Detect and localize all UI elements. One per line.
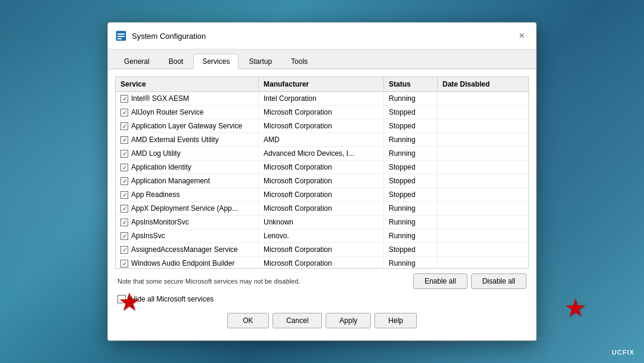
date-cell [438,106,518,119]
tab-services[interactable]: Services [193,54,239,69]
col-service: Service [116,77,259,91]
table-row[interactable]: AssignedAccessManager ServiceMicrosoft C… [116,243,528,257]
service-checkbox[interactable] [120,122,128,130]
service-checkbox[interactable] [120,109,128,116]
status-cell: Running [384,92,438,105]
status-cell: Running [384,216,438,229]
tab-general[interactable]: General [115,54,159,69]
manufacturer-cell: Microsoft Corporation [259,119,384,133]
status-cell: Running [384,229,438,242]
service-name: Windows Audio Endpoint Builder [131,259,234,267]
manufacturer-cell: Microsoft Corporation [259,202,384,215]
help-button[interactable]: Help [374,313,417,328]
service-name: AMD External Events Utility [131,136,219,144]
service-name: Application Identity [131,163,191,171]
manufacturer-cell: AMD [259,133,384,146]
note-row: Note that some secure Microsoft services… [115,269,529,291]
status-cell: Stopped [384,106,438,119]
manufacturer-cell: Unknown [259,216,384,229]
service-checkbox[interactable] [120,191,128,199]
ok-button[interactable]: OK [227,313,269,328]
service-cell: AMD External Events Utility [116,133,259,146]
service-cell: AMD Log Utility [116,147,259,160]
table-row[interactable]: AMD Log UtilityAdvanced Micro Devices, I… [116,147,528,161]
manufacturer-cell: Microsoft Corporation [259,174,384,187]
tabs-bar: General Boot Services Startup Tools [108,50,536,69]
service-checkbox[interactable] [120,232,128,240]
table-row[interactable]: Application Layer Gateway ServiceMicroso… [116,119,528,133]
status-cell: Stopped [384,119,438,133]
service-name: Application Layer Gateway Service [131,122,242,130]
date-cell [438,133,518,146]
title-bar: System Configuration × [108,23,536,50]
service-name: Intel® SGX AESM [131,94,189,103]
service-name: AllJoyn Router Service [131,108,203,116]
service-checkbox[interactable] [120,219,128,226]
table-row[interactable]: App ReadinessMicrosoft CorporationStoppe… [116,188,528,202]
hide-microsoft-row: Hide all Microsoft services [115,291,529,307]
tab-startup[interactable]: Startup [240,54,281,69]
service-name: Application Management [131,177,210,185]
manufacturer-cell: Lenovo. [259,229,384,242]
cancel-button[interactable]: Cancel [273,313,322,328]
table-row[interactable]: ApsInsSvcLenovo.Running [116,229,528,243]
date-cell [438,161,518,174]
service-cell: App Readiness [116,188,259,201]
service-checkbox[interactable] [120,95,128,103]
table-row[interactable]: ApsInsMonitorSvcUnknownRunning [116,216,528,229]
hide-microsoft-label: Hide all Microsoft services [131,295,213,303]
service-name: AppX Deployment Service (App... [131,204,238,213]
table-row[interactable]: AllJoyn Router ServiceMicrosoft Corporat… [116,106,528,119]
status-cell: Stopped [384,188,438,201]
svg-rect-1 [117,33,125,35]
status-cell: Running [384,133,438,146]
svg-rect-2 [117,36,125,37]
tab-tools[interactable]: Tools [282,54,317,69]
date-cell [438,119,518,133]
status-cell: Running [384,202,438,215]
service-checkbox[interactable] [120,150,128,158]
service-checkbox[interactable] [120,177,128,185]
table-row[interactable]: Application ManagementMicrosoft Corporat… [116,174,528,188]
service-checkbox[interactable] [120,164,128,171]
star-icon-left: ★ [119,290,138,315]
service-cell: AllJoyn Router Service [116,106,259,119]
table-row[interactable]: Application IdentityMicrosoft Corporatio… [116,161,528,174]
enable-all-button[interactable]: Enable all [413,273,467,289]
service-checkbox[interactable] [120,246,128,254]
tab-content: Service Manufacturer Status Date Disable… [108,69,536,340]
close-button[interactable]: × [515,29,529,43]
footer-buttons: OK Cancel Apply Help [115,307,529,333]
date-cell [438,174,518,187]
manufacturer-cell: Microsoft Corporation [259,243,384,256]
service-cell: Application Management [116,174,259,187]
service-checkbox[interactable] [120,260,128,267]
service-name: ApsInsMonitorSvc [131,218,189,226]
services-table: Service Manufacturer Status Date Disable… [115,76,529,269]
manufacturer-cell: Microsoft Corporation [259,106,384,119]
service-checkbox[interactable] [120,136,128,144]
service-name: AssignedAccessManager Service [131,245,238,254]
enable-disable-buttons: Enable all Disable all [413,273,527,289]
date-cell [438,216,518,229]
service-cell: AppX Deployment Service (App... [116,202,259,215]
col-date-disabled: Date Disabled [438,77,518,91]
table-body[interactable]: Intel® SGX AESMIntel CorporationRunningA… [116,92,528,268]
table-row[interactable]: Windows Audio Endpoint BuilderMicrosoft … [116,257,528,268]
service-name: AMD Log Utility [131,149,181,158]
status-cell: Stopped [384,174,438,187]
service-cell: ApsInsMonitorSvc [116,216,259,229]
title-bar-left: System Configuration [115,30,206,42]
note-text: Note that some secure Microsoft services… [117,278,300,285]
apply-button[interactable]: Apply [326,313,371,328]
table-row[interactable]: AMD External Events UtilityAMDRunning [116,133,528,147]
tab-boot[interactable]: Boot [160,54,193,69]
date-cell [438,243,518,256]
service-cell: Intel® SGX AESM [116,92,259,105]
svg-rect-3 [117,38,122,39]
disable-all-button[interactable]: Disable all [471,273,527,289]
table-row[interactable]: AppX Deployment Service (App...Microsoft… [116,202,528,216]
status-cell: Stopped [384,243,438,256]
service-checkbox[interactable] [120,205,128,213]
table-row[interactable]: Intel® SGX AESMIntel CorporationRunning [116,92,528,106]
